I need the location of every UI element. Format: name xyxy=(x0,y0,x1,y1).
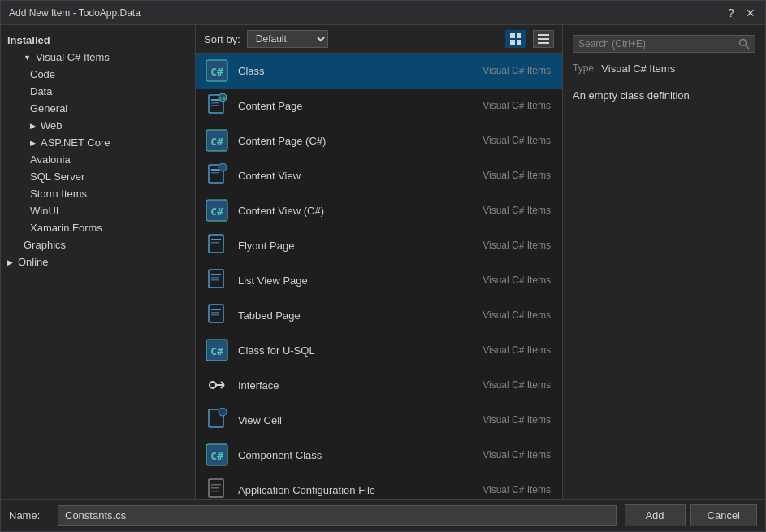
list-item[interactable]: C# Class Visual C# Items xyxy=(196,54,562,89)
svg-rect-0 xyxy=(510,33,515,38)
svg-rect-12 xyxy=(211,105,219,106)
item-name: Application Configuration File xyxy=(238,484,474,496)
item-category: Visual C# Items xyxy=(483,309,554,321)
cancel-button[interactable]: Cancel xyxy=(690,504,757,526)
sidebar-item-graphics[interactable]: Graphics xyxy=(1,236,195,253)
sidebar-item-label: WinUI xyxy=(30,205,58,217)
sidebar-item-xamarin[interactable]: Xamarin.Forms xyxy=(1,219,195,236)
sidebar-item-label: Storm Items xyxy=(30,188,87,200)
item-category: Visual C# Items xyxy=(483,449,554,461)
expand-arrow: ▶ xyxy=(7,258,13,266)
type-label: Type: xyxy=(573,63,596,80)
item-category: Visual C# Items xyxy=(483,414,554,426)
list-item[interactable]: C# Content Page Visual C# Items xyxy=(196,89,562,123)
list-item[interactable]: List View Page Visual C# Items xyxy=(196,263,562,298)
svg-rect-6 xyxy=(538,42,549,44)
bottom-buttons: Add Cancel xyxy=(625,504,757,526)
item-name: List View Page xyxy=(238,275,474,287)
svg-rect-33 xyxy=(211,314,219,316)
item-name: Interface xyxy=(238,379,474,391)
item-category: Visual C# Items xyxy=(483,135,554,146)
sidebar-item-online[interactable]: ▶ Online xyxy=(1,253,195,270)
item-category: Visual C# Items xyxy=(483,379,554,391)
svg-rect-30 xyxy=(209,305,223,322)
list-item[interactable]: Content View Visual C# Items xyxy=(196,158,562,193)
sidebar-item-general[interactable]: General xyxy=(1,100,195,117)
title-bar: Add New Item - TodoApp.Data ? ✕ xyxy=(1,1,765,25)
right-panel: Type: Visual C# Items An empty class def… xyxy=(562,25,765,499)
sort-label: Sort by: xyxy=(204,33,240,45)
list-item[interactable]: C# Content Page (C#) Visual C# Items xyxy=(196,123,562,158)
item-icon-view-cell xyxy=(204,407,230,433)
sidebar-item-aspnet[interactable]: ▶ ASP.NET Core xyxy=(1,134,195,151)
svg-text:C#: C# xyxy=(210,66,223,78)
sort-select[interactable]: Default Name Type xyxy=(247,30,328,48)
close-button[interactable]: ✕ xyxy=(744,7,757,19)
add-button[interactable]: Add xyxy=(625,504,686,526)
svg-rect-46 xyxy=(211,487,219,489)
svg-rect-24 xyxy=(211,239,221,240)
sidebar-item-label: Avalonia xyxy=(30,154,71,166)
sidebar-item-label: Graphics xyxy=(24,239,66,251)
expand-arrow: ▶ xyxy=(30,139,36,147)
svg-rect-19 xyxy=(211,172,219,174)
list-item[interactable]: Interface Visual C# Items xyxy=(196,368,562,403)
item-category: Visual C# Items xyxy=(483,100,554,111)
sidebar-item-code[interactable]: Code xyxy=(1,66,195,83)
item-icon-flyout-page xyxy=(204,232,230,258)
name-input[interactable] xyxy=(58,505,617,526)
sidebar-item-label: Xamarin.Forms xyxy=(30,222,102,234)
sidebar-item-label: ASP.NET Core xyxy=(41,136,110,149)
item-icon-listview-page xyxy=(204,267,230,293)
help-button[interactable]: ? xyxy=(725,7,738,19)
svg-rect-1 xyxy=(517,33,521,38)
search-input[interactable] xyxy=(578,38,734,50)
item-name: Flyout Page xyxy=(238,240,474,252)
grid-view-button[interactable] xyxy=(505,30,526,48)
sidebar-item-sql-server[interactable]: SQL Server xyxy=(1,168,195,185)
expand-arrow: ▼ xyxy=(24,54,31,62)
svg-rect-4 xyxy=(538,34,549,36)
sidebar-item-data[interactable]: Data xyxy=(1,83,195,100)
list-item[interactable]: Tabbed Page Visual C# Items xyxy=(196,298,562,333)
svg-rect-25 xyxy=(211,242,219,244)
sidebar-item-storm-items[interactable]: Storm Items xyxy=(1,185,195,202)
sidebar-item-label: Online xyxy=(18,256,49,268)
item-name: Content Page xyxy=(238,100,474,112)
item-icon-class-usql: C# xyxy=(204,337,230,363)
svg-point-20 xyxy=(219,163,227,171)
sidebar-installed-header[interactable]: Installed xyxy=(1,32,195,49)
list-item[interactable]: Flyout Page Visual C# Items xyxy=(196,228,562,263)
sidebar-item-winui[interactable]: WinUI xyxy=(1,202,195,219)
list-item[interactable]: C# Content View (C#) Visual C# Items xyxy=(196,193,562,228)
svg-text:C#: C# xyxy=(210,205,223,218)
item-category: Visual C# Items xyxy=(483,275,554,286)
svg-rect-23 xyxy=(209,235,223,253)
svg-rect-31 xyxy=(211,309,221,310)
svg-rect-2 xyxy=(510,40,515,45)
item-icon-class: C# xyxy=(204,58,230,84)
sidebar: Installed ▼ Visual C# Items Code Data Ge… xyxy=(1,25,196,499)
items-list: C# Class Visual C# Items xyxy=(196,54,562,499)
sidebar-item-visual-csharp[interactable]: ▼ Visual C# Items xyxy=(1,49,195,66)
list-item[interactable]: Application Configuration File Visual C#… xyxy=(196,473,562,499)
svg-point-41 xyxy=(219,408,227,416)
list-view-button[interactable] xyxy=(533,30,554,48)
item-name: Content View (C#) xyxy=(238,205,474,217)
item-name: Content View xyxy=(238,170,474,182)
svg-rect-5 xyxy=(538,38,549,40)
svg-rect-11 xyxy=(211,102,219,104)
bottom-bar: Name: Add Cancel xyxy=(1,499,765,531)
detail-description: An empty class definition xyxy=(573,89,755,102)
item-category: Visual C# Items xyxy=(483,205,554,216)
list-item[interactable]: View Cell Visual C# Items xyxy=(196,403,562,438)
sidebar-item-web[interactable]: ▶ Web xyxy=(1,117,195,134)
svg-rect-27 xyxy=(211,274,221,275)
list-item[interactable]: C# Component Class Visual C# Items xyxy=(196,438,562,473)
sidebar-item-avalonia[interactable]: Avalonia xyxy=(1,151,195,168)
list-item[interactable]: C# Class for U-SQL Visual C# Items xyxy=(196,333,562,368)
item-category: Visual C# Items xyxy=(483,240,554,251)
svg-rect-28 xyxy=(211,277,219,279)
search-box xyxy=(573,35,755,53)
item-icon-content-page-cs: C# xyxy=(204,128,230,154)
